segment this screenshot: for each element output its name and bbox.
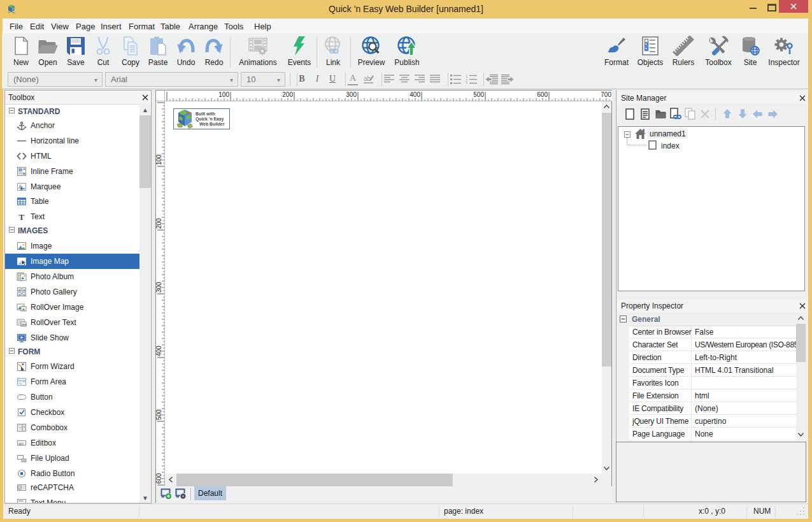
svg-text:T: T bbox=[19, 212, 25, 222]
svg-text:3: 3 bbox=[466, 82, 467, 85]
svg-text:500: 500 bbox=[473, 91, 484, 98]
svg-text:100: 100 bbox=[156, 154, 162, 165]
svg-text:600: 600 bbox=[156, 473, 162, 484]
svg-text:200: 200 bbox=[282, 91, 293, 98]
svg-text:400: 400 bbox=[156, 345, 162, 356]
svg-text:200: 200 bbox=[156, 218, 162, 229]
svg-text:300: 300 bbox=[346, 91, 357, 98]
svg-text:300: 300 bbox=[156, 282, 162, 293]
svg-text:abl: abl bbox=[18, 442, 24, 446]
svg-text:abc: abc bbox=[22, 323, 27, 326]
svg-text:600: 600 bbox=[537, 91, 548, 98]
svg-text:700: 700 bbox=[601, 91, 611, 98]
svg-text:ab: ab bbox=[364, 75, 371, 82]
svg-text:100: 100 bbox=[218, 91, 229, 98]
svg-text:400: 400 bbox=[410, 91, 420, 98]
svg-text:500: 500 bbox=[156, 409, 162, 420]
